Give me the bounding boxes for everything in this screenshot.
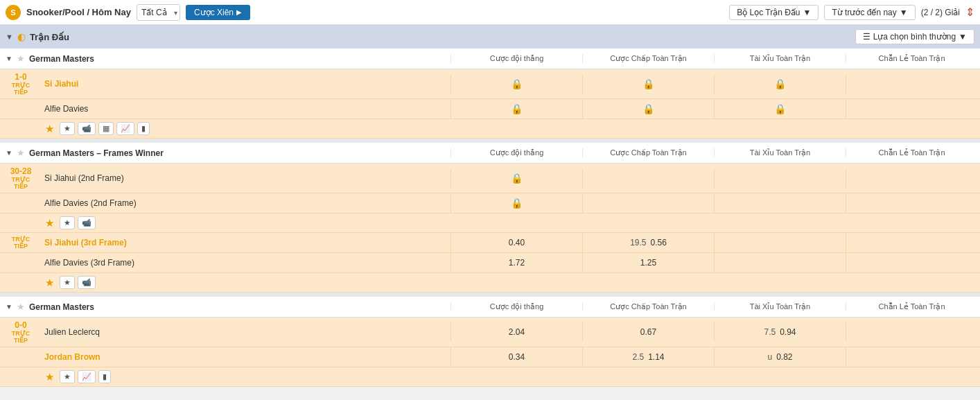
group2-camera-btn[interactable]: 📹	[78, 216, 96, 229]
group1-bar-btn[interactable]: ▮	[137, 122, 150, 135]
section-header: ▼ ◐ Trận Đấu ☰ Lựa chọn bình thường ▼	[0, 25, 980, 49]
lock-icon: 🔒	[774, 78, 786, 89]
top-bar: S Snooker/Pool / Hôm Nay Tất Cả Cược Xiê…	[0, 0, 980, 25]
group2-3rd-p2-chap[interactable]: 1.25	[582, 253, 714, 272]
cuoc-xien-arrow-icon: ▶	[236, 8, 242, 16]
col-chan-le-2: Chẵn Lẻ Toàn Trận	[846, 148, 977, 157]
group2-3rd-camera-btn[interactable]: 📹	[78, 276, 96, 289]
group3-p1-tai-xiu[interactable]: 7.5 0.94	[714, 322, 846, 342]
lock-icon: 🔒	[511, 198, 523, 209]
group2-p1-tai-xiu	[714, 168, 846, 188]
settings-icon: ☰	[863, 32, 870, 42]
group1-p2-chap[interactable]: 🔒	[582, 99, 714, 119]
col-chap-2: Cược Chấp Toàn Trận	[582, 148, 714, 157]
group1-name: German Masters	[29, 54, 94, 64]
lua-chon-button[interactable]: ☰ Lựa chọn bình thường ▼	[855, 29, 974, 44]
group2-p2-doi-thang[interactable]: 🔒	[450, 193, 582, 213]
lock-icon: 🔒	[642, 78, 654, 89]
group3-player1-row: 0-0 TRỰC TIẾP Julien Leclercq 2.04 0.67 …	[0, 318, 980, 347]
col-doi-thang-2: Cược đội thắng	[450, 148, 582, 157]
group1-stats-btn[interactable]: ▦	[98, 122, 114, 135]
group2-3rd-p1-chan-le	[846, 233, 977, 252]
group1-p2-chan-le	[846, 99, 977, 119]
group1-fav-star-icon[interactable]: ★	[45, 123, 54, 135]
group2-3rd-p2-doi-thang[interactable]: 1.72	[450, 253, 582, 272]
group2-player2-name: Alfie Davies (2nd Frame)	[42, 195, 450, 211]
bo-loc-button[interactable]: Bộ Lọc Trận Đấu ▼	[729, 5, 819, 20]
group1-player2-name: Alfie Davies	[42, 101, 450, 116]
group3-p1-chan-le	[846, 322, 977, 342]
group2-actions: ★ ★ 📹	[0, 214, 980, 233]
group3-p1-doi-thang[interactable]: 2.04	[450, 322, 582, 342]
filter-select[interactable]: Tất Cả	[137, 4, 180, 21]
group1-score-empty	[0, 106, 42, 112]
lock-icon: 🔒	[511, 173, 523, 184]
group2-p2-chap	[582, 193, 714, 213]
sort-arrows-icon[interactable]: ⇕	[965, 6, 974, 19]
section-title: Trận Đấu	[30, 32, 851, 42]
group1-chart-btn[interactable]: 📈	[116, 122, 134, 135]
group2-3rd-actions: ★ ★ 📹	[0, 273, 980, 293]
group2-3rd-star-btn[interactable]: ★	[60, 276, 75, 289]
group2-p2-chan-le	[846, 193, 977, 213]
group-3: ▼ ★ German Masters Cược đội thắng Cược C…	[0, 297, 980, 387]
group2-3rd-player1-name: Si Jiahui (3rd Frame)	[42, 235, 450, 250]
col-chan-le-3: Chẵn Lẻ Toàn Trận	[846, 302, 977, 311]
group1-star-btn[interactable]: ★	[60, 122, 75, 135]
group3-bar-btn[interactable]: ▮	[98, 370, 111, 383]
group3-p2-tai-xiu[interactable]: u 0.82	[714, 347, 846, 367]
group1-p2-tai-xiu[interactable]: 🔒	[714, 99, 846, 119]
group2-star-icon[interactable]: ★	[17, 148, 25, 158]
group2-3rd-p1-doi-thang[interactable]: 0.40	[450, 233, 582, 252]
filter-select-wrap[interactable]: Tất Cả	[137, 4, 180, 21]
sort-button[interactable]: Từ trước đến nay ▼	[824, 5, 915, 20]
cuoc-xien-button[interactable]: Cược Xiên ▶	[186, 5, 250, 20]
group1-p1-tai-xiu[interactable]: 🔒	[714, 74, 846, 94]
group2-chevron-icon[interactable]: ▼	[6, 149, 12, 157]
group3-star-icon[interactable]: ★	[17, 302, 25, 312]
group3-chart-btn[interactable]: 📈	[78, 370, 96, 383]
group2-score-empty	[0, 200, 42, 206]
group2-player2-row: Alfie Davies (2nd Frame) 🔒	[0, 193, 980, 214]
lock-icon: 🔒	[511, 103, 523, 114]
group3-fav-star-icon[interactable]: ★	[45, 371, 54, 383]
col-tai-xiu-3: Tài Xỉu Toàn Trận	[714, 302, 846, 311]
group-1: ▼ ★ German Masters Cược đội thắng Cược C…	[0, 49, 980, 139]
group2-star-btn[interactable]: ★	[60, 216, 75, 229]
group3-chevron-icon[interactable]: ▼	[6, 303, 12, 311]
group2-fav-star-icon[interactable]: ★	[45, 217, 54, 229]
group-2: ▼ ★ German Masters – Frames Winner Cược …	[0, 143, 980, 293]
group2-player1-row: 30-28 TRỰC TIẾP Si Jiahui (2nd Frame) 🔒	[0, 164, 980, 193]
lock-icon: 🔒	[642, 103, 654, 114]
group-2-header: ▼ ★ German Masters – Frames Winner Cược …	[0, 143, 980, 164]
group2-name: German Masters – Frames Winner	[29, 148, 164, 158]
section-chevron-icon[interactable]: ▼	[6, 33, 13, 41]
group2-p1-chan-le	[846, 168, 977, 188]
group1-player1-row: 1-0 TRỰC TIẾP Si Jiahui 🔒 🔒 🔒	[0, 69, 980, 99]
col-chap-1: Cược Chấp Toàn Trận	[582, 54, 714, 63]
group1-p1-chap[interactable]: 🔒	[582, 74, 714, 94]
lock-icon: 🔒	[511, 78, 523, 89]
group3-player2-name: Jordan Brown	[42, 349, 450, 365]
lua-chon-chevron-icon: ▼	[959, 32, 967, 42]
group1-p1-doi-thang[interactable]: 🔒	[450, 74, 582, 94]
logo: S	[6, 5, 21, 20]
group1-chevron-icon[interactable]: ▼	[6, 55, 12, 62]
group2-p1-doi-thang[interactable]: 🔒	[450, 168, 582, 188]
group3-p2-chap[interactable]: 2.5 1.14	[582, 347, 714, 367]
group2-3rd-p1-chap[interactable]: 19.5 0.56	[582, 233, 714, 252]
group1-star-icon[interactable]: ★	[17, 53, 25, 64]
col-doi-thang-3: Cược đội thắng	[450, 302, 582, 311]
group3-star-btn[interactable]: ★	[60, 370, 75, 383]
group3-p2-doi-thang[interactable]: 0.34	[450, 347, 582, 367]
group3-player2-row: Jordan Brown 0.34 2.5 1.14 u 0.82	[0, 347, 980, 367]
group2-player1-name: Si Jiahui (2nd Frame)	[42, 171, 450, 186]
group1-camera-btn[interactable]: 📹	[78, 122, 96, 135]
group3-p1-chap[interactable]: 0.67	[582, 322, 714, 342]
group2-3rd-fav-star-icon[interactable]: ★	[45, 277, 54, 289]
group-3-header: ▼ ★ German Masters Cược đội thắng Cược C…	[0, 297, 980, 318]
group2-3rd-player1-row: TRỰC TIẾP Si Jiahui (3rd Frame) 0.40 19.…	[0, 233, 980, 253]
sort-chevron-icon: ▼	[900, 8, 908, 17]
group1-p2-doi-thang[interactable]: 🔒	[450, 99, 582, 119]
group1-p1-chan-le	[846, 74, 977, 94]
